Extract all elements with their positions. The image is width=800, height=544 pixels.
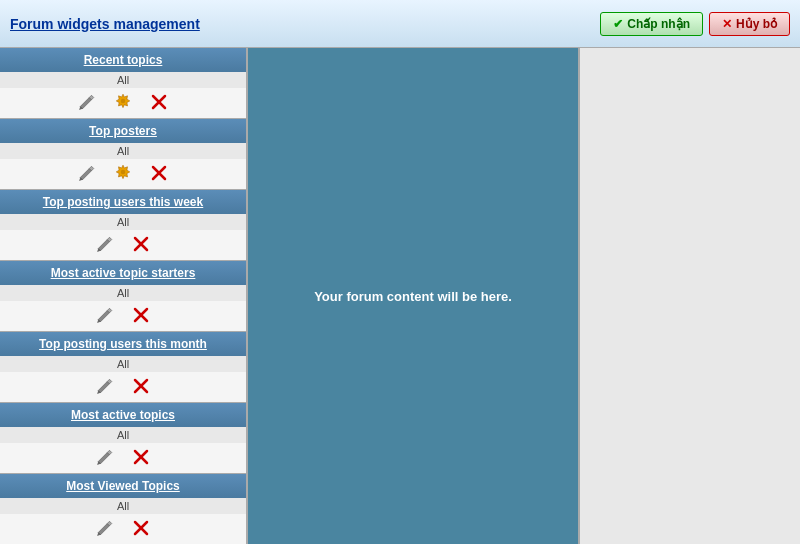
page-title: Forum widgets management (10, 16, 200, 32)
widget-actions-most-viewed-topics (0, 514, 246, 544)
widget-actions-top-posters (0, 159, 246, 189)
edit-icon-most-viewed-topics[interactable] (95, 518, 115, 538)
center-message: Your forum content will be here. (314, 289, 512, 304)
widget-subtitle-most-viewed-topics: All (0, 498, 246, 514)
sidebar: Recent topicsAll Top postersAll (0, 48, 248, 544)
main-content: Recent topicsAll Top postersAll (0, 48, 800, 544)
widget-block-recent-topics: Recent topicsAll (0, 48, 246, 119)
widget-title-top-posters[interactable]: Top posters (0, 119, 246, 143)
widget-block-most-active-starters: Most active topic startersAll (0, 261, 246, 332)
widget-actions-recent-topics (0, 88, 246, 118)
svg-point-2 (121, 99, 126, 104)
widget-subtitle-recent-topics: All (0, 72, 246, 88)
delete-icon-most-viewed-topics[interactable] (131, 518, 151, 538)
center-panel: Your forum content will be here. (248, 48, 580, 544)
widget-subtitle-top-posting-week: All (0, 214, 246, 230)
widget-block-top-posting-week: Top posting users this weekAll (0, 190, 246, 261)
delete-icon-most-active-starters[interactable] (131, 305, 151, 325)
widget-actions-top-posting-week (0, 230, 246, 260)
widget-subtitle-top-posters: All (0, 143, 246, 159)
settings-icon-top-posters[interactable] (113, 163, 133, 183)
edit-icon-most-active-starters[interactable] (95, 305, 115, 325)
delete-icon-recent-topics[interactable] (149, 92, 169, 112)
header-buttons: ✔ Chấp nhận ✕ Hủy bỏ (600, 12, 790, 36)
edit-icon-top-posting-week[interactable] (95, 234, 115, 254)
delete-icon-top-posting-week[interactable] (131, 234, 151, 254)
widget-block-top-posters: Top postersAll (0, 119, 246, 190)
right-panel (580, 48, 800, 544)
widget-actions-most-active-starters (0, 301, 246, 331)
widget-title-top-posting-week[interactable]: Top posting users this week (0, 190, 246, 214)
widget-actions-top-posting-month (0, 372, 246, 402)
edit-icon-top-posting-month[interactable] (95, 376, 115, 396)
svg-point-7 (121, 170, 126, 175)
widget-title-most-viewed-topics[interactable]: Most Viewed Topics (0, 474, 246, 498)
widget-title-most-active-topics[interactable]: Most active topics (0, 403, 246, 427)
widget-subtitle-most-active-starters: All (0, 285, 246, 301)
flag-icon: ✕ (722, 17, 732, 31)
settings-icon-recent-topics[interactable] (113, 92, 133, 112)
delete-icon-top-posters[interactable] (149, 163, 169, 183)
accept-button[interactable]: ✔ Chấp nhận (600, 12, 703, 36)
widget-block-top-posting-month: Top posting users this monthAll (0, 332, 246, 403)
widget-title-recent-topics[interactable]: Recent topics (0, 48, 246, 72)
widget-subtitle-most-active-topics: All (0, 427, 246, 443)
widget-actions-most-active-topics (0, 443, 246, 473)
edit-icon-top-posters[interactable] (77, 163, 97, 183)
check-icon: ✔ (613, 17, 623, 31)
widget-subtitle-top-posting-month: All (0, 356, 246, 372)
widget-block-most-viewed-topics: Most Viewed TopicsAll (0, 474, 246, 544)
page-header: Forum widgets management ✔ Chấp nhận ✕ H… (0, 0, 800, 48)
edit-icon-recent-topics[interactable] (77, 92, 97, 112)
widget-title-most-active-starters[interactable]: Most active topic starters (0, 261, 246, 285)
edit-icon-most-active-topics[interactable] (95, 447, 115, 467)
widget-block-most-active-topics: Most active topicsAll (0, 403, 246, 474)
delete-icon-top-posting-month[interactable] (131, 376, 151, 396)
delete-icon-most-active-topics[interactable] (131, 447, 151, 467)
cancel-button[interactable]: ✕ Hủy bỏ (709, 12, 790, 36)
widget-title-top-posting-month[interactable]: Top posting users this month (0, 332, 246, 356)
